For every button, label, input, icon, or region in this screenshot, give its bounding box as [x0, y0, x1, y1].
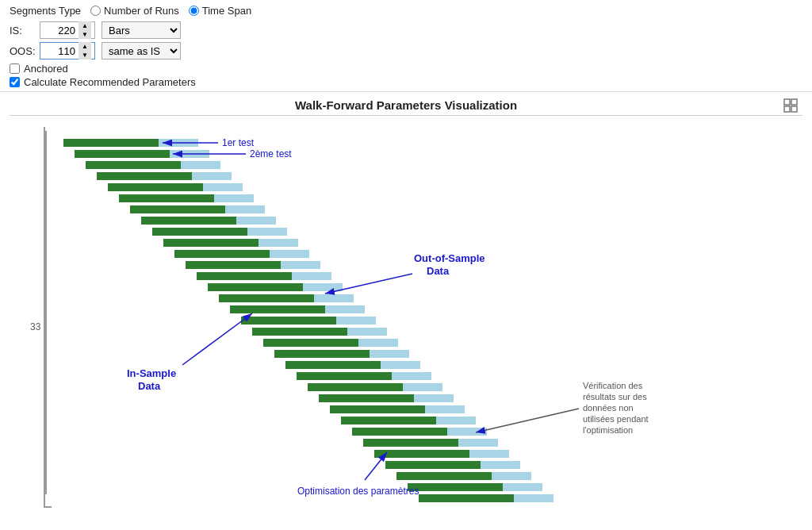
svg-rect-8: [86, 161, 181, 169]
svg-rect-38: [252, 328, 347, 336]
svg-rect-22: [163, 239, 259, 247]
oos-spinner[interactable]: ▲ ▼: [40, 42, 95, 60]
radio-time-span[interactable]: Time Span: [189, 5, 251, 17]
svg-text:In-Sample: In-Sample: [127, 367, 176, 379]
svg-rect-2: [784, 106, 790, 112]
svg-text:1er test: 1er test: [222, 137, 255, 148]
svg-rect-0: [784, 99, 790, 105]
oos-unit-dropdown[interactable]: same as IS Bars Days Weeks Months: [102, 42, 181, 60]
svg-text:l'optimisation: l'optimisation: [583, 425, 633, 435]
svg-rect-42: [274, 350, 370, 358]
svg-rect-25: [270, 250, 309, 258]
svg-rect-15: [214, 194, 254, 202]
radio-number-of-runs[interactable]: Number of Runs: [90, 5, 179, 17]
svg-rect-47: [392, 372, 431, 380]
chart-canvas: 33: [0, 119, 812, 524]
chart-title: Walk-Forward Parameters Visualization: [295, 98, 517, 112]
svg-rect-1: [791, 99, 797, 105]
svg-rect-31: [303, 283, 343, 291]
chart-divider: [10, 115, 802, 116]
svg-rect-24: [174, 250, 270, 258]
is-spinner[interactable]: ▲ ▼: [40, 21, 95, 39]
svg-text:utilisées pendant: utilisées pendant: [583, 414, 649, 424]
svg-rect-51: [414, 394, 454, 402]
anchored-label: Anchored: [24, 63, 68, 75]
bars-container: 1er test 2ème test In-Sample Data Out-of…: [56, 135, 804, 516]
svg-rect-67: [503, 483, 542, 491]
svg-text:Vérification des: Vérification des: [583, 381, 643, 390]
calculate-label: Calculate Recommended Parameters: [24, 76, 196, 88]
svg-rect-16: [130, 205, 225, 213]
calculate-checkbox[interactable]: [10, 77, 20, 87]
svg-rect-52: [330, 405, 425, 413]
is-decrement[interactable]: ▼: [79, 30, 91, 39]
svg-rect-13: [203, 183, 243, 191]
svg-rect-9: [181, 161, 220, 169]
anchored-checkbox-label[interactable]: Anchored: [10, 63, 802, 75]
svg-rect-59: [458, 439, 498, 447]
svg-rect-65: [492, 472, 531, 480]
svg-rect-50: [319, 394, 414, 402]
svg-rect-18: [141, 217, 236, 225]
svg-rect-35: [325, 305, 365, 313]
chart-area: Walk-Forward Parameters Visualization 33: [0, 92, 812, 530]
segments-type-row: Segments Type Number of Runs Time Span: [10, 5, 802, 17]
svg-rect-20: [152, 228, 247, 236]
svg-rect-45: [381, 361, 420, 369]
svg-rect-3: [791, 106, 797, 112]
svg-rect-12: [108, 183, 203, 191]
svg-text:Data: Data: [138, 380, 161, 392]
radio-time-span-label: Time Span: [202, 5, 251, 17]
svg-text:Data: Data: [427, 265, 450, 277]
oos-input[interactable]: [40, 45, 79, 57]
svg-rect-56: [352, 428, 447, 436]
grid-icon[interactable]: [783, 98, 799, 117]
svg-rect-55: [436, 417, 476, 424]
svg-rect-61: [469, 450, 509, 458]
svg-rect-69: [514, 494, 553, 502]
is-spinner-buttons: ▲ ▼: [79, 21, 91, 39]
checkbox-row: Anchored Calculate Recommended Parameter…: [10, 63, 802, 88]
svg-text:Optimisation des paramètres: Optimisation des paramètres: [297, 486, 419, 497]
svg-line-84: [476, 409, 579, 432]
svg-rect-66: [408, 483, 503, 491]
svg-rect-54: [341, 417, 436, 424]
svg-rect-28: [197, 272, 292, 280]
svg-rect-53: [425, 405, 465, 413]
oos-increment[interactable]: ▲: [79, 42, 91, 51]
svg-rect-23: [259, 239, 298, 247]
calculate-checkbox-label[interactable]: Calculate Recommended Parameters: [10, 76, 802, 88]
svg-rect-17: [225, 205, 265, 213]
svg-rect-19: [236, 217, 276, 225]
svg-rect-27: [281, 261, 320, 269]
y-axis-33-label: 33: [30, 321, 40, 332]
svg-rect-11: [192, 172, 232, 180]
svg-rect-48: [308, 383, 403, 391]
oos-decrement[interactable]: ▼: [79, 51, 91, 60]
svg-text:Out-of-Sample: Out-of-Sample: [414, 252, 485, 264]
svg-rect-37: [336, 317, 376, 325]
svg-rect-43: [370, 350, 409, 358]
oos-spinner-buttons: ▲ ▼: [79, 42, 91, 60]
svg-rect-46: [297, 372, 392, 380]
is-increment[interactable]: ▲: [79, 21, 91, 30]
svg-rect-40: [263, 339, 358, 347]
chart-left-bracket: [45, 131, 47, 494]
is-input[interactable]: [40, 25, 79, 36]
oos-label: OOS:: [10, 45, 33, 57]
is-label: IS:: [10, 25, 33, 36]
svg-rect-62: [385, 461, 481, 469]
svg-rect-63: [481, 461, 520, 469]
svg-rect-29: [292, 272, 331, 280]
anchored-checkbox[interactable]: [10, 63, 20, 74]
svg-rect-39: [347, 328, 387, 336]
svg-rect-21: [247, 228, 287, 236]
svg-rect-41: [358, 339, 398, 347]
bars-svg: 1er test 2ème test In-Sample Data Out-of…: [56, 135, 769, 524]
segments-type-label: Segments Type: [10, 5, 81, 17]
svg-rect-49: [403, 383, 442, 391]
svg-rect-33: [314, 294, 354, 302]
svg-rect-14: [119, 194, 214, 202]
is-unit-dropdown[interactable]: Bars Days Weeks Months: [102, 21, 181, 39]
svg-rect-36: [241, 317, 336, 325]
